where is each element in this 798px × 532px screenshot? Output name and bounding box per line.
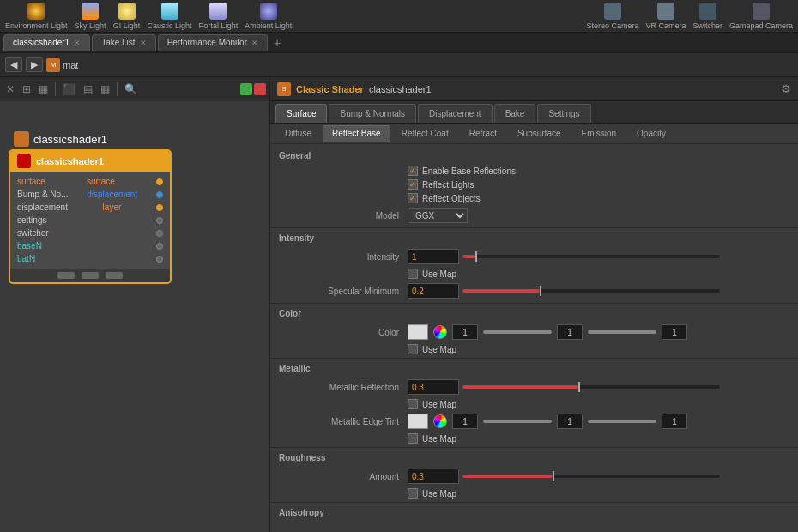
left-icon-grid1[interactable]: ⊞ (20, 82, 33, 96)
color-b-input[interactable] (662, 324, 687, 340)
color-use-map-checkbox[interactable] (408, 344, 418, 354)
checkbox-enable-base-ref-input[interactable]: ✓ (408, 166, 418, 176)
divider-4 (270, 447, 798, 448)
left-icon-layout3[interactable]: ▦ (98, 82, 112, 96)
tab-close-perf-monitor[interactable]: ✕ (251, 39, 258, 47)
toolbar-sky-light[interactable]: Sky Light (75, 3, 106, 30)
sub-tab-refract[interactable]: Refract (460, 125, 506, 142)
toolbar-gamepad-cam[interactable]: Gamepad Camera (729, 3, 793, 30)
section-anisotropy: Anisotropy (270, 505, 798, 521)
prop-tab-settings[interactable]: Settings (537, 104, 590, 123)
roughness-amount-input[interactable] (408, 469, 459, 484)
tab-add-button[interactable]: + (269, 36, 285, 50)
color-wheel-btn[interactable] (433, 325, 447, 339)
metallic-ref-row: Metallic Reflection (270, 377, 798, 397)
toolbar-stereo-cam[interactable]: Stereo Camera (586, 3, 638, 30)
metallic-ref-slider[interactable] (462, 385, 720, 389)
tab-classicshader1[interactable]: classicshader1 ✕ (3, 34, 90, 51)
left-sep1 (55, 82, 56, 96)
sub-tab-reflect-coat[interactable]: Reflect Coat (392, 125, 458, 142)
intensity-use-map-row: Use Map (270, 267, 798, 281)
intensity-slider-thumb (475, 251, 477, 262)
toolbar-portal-light[interactable]: Portal Light (199, 3, 239, 30)
tab-perf-monitor[interactable]: Performance Monitor ✕ (158, 34, 268, 51)
intensity-slider[interactable] (462, 255, 720, 258)
metallic-ref-label: Metallic Reflection (296, 383, 408, 392)
color-label: Color (296, 328, 408, 337)
left-icon-layout2[interactable]: ▤ (81, 82, 95, 96)
toolbar-switcher[interactable]: Switcher (692, 3, 722, 30)
checkbox-reflect-objects-input[interactable]: ✓ (408, 193, 418, 203)
sub-tab-opacity[interactable]: Opacity (627, 125, 675, 142)
node-body: surface surface Bump & No... displacemen… (10, 172, 170, 269)
tab-close-take-list[interactable]: ✕ (140, 39, 147, 47)
node-box[interactable]: classicshader1 surface surface Bump & No… (9, 149, 172, 284)
node-row-bump: Bump & No... displacement (10, 188, 170, 201)
toolbar-caustic-light[interactable]: Caustic Light (148, 3, 192, 30)
color-swatch[interactable] (408, 324, 428, 340)
left-icon-x[interactable]: ✕ (3, 82, 17, 96)
prop-tab-surface[interactable]: Surface (275, 104, 327, 123)
color-r-input[interactable] (452, 324, 478, 340)
sub-tab-emission[interactable]: Emission (572, 125, 626, 142)
node-title-text: classicshader1 (36, 156, 104, 166)
roughness-amount-slider[interactable] (462, 475, 720, 478)
metallic-edge-slider-1[interactable] (483, 420, 552, 423)
intensity-use-map-checkbox[interactable] (408, 269, 418, 279)
sub-tab-reflect-base[interactable]: Reflect Base (323, 125, 390, 142)
left-icon-search[interactable]: 🔍 (122, 82, 140, 96)
metallic-edge-g[interactable] (557, 414, 583, 429)
sub-tabs: Diffuse Reflect Base Reflect Coat Refrac… (270, 124, 798, 144)
metallic-ref-input[interactable] (408, 379, 459, 395)
node-name: classicshader1 (33, 133, 107, 146)
node-btn-2[interactable] (82, 272, 99, 279)
prop-tab-displacement[interactable]: Displacement (418, 104, 493, 123)
tab-close-classicshader1[interactable]: ✕ (74, 39, 81, 47)
metallic-edge-b[interactable] (662, 414, 687, 429)
prop-tab-bump[interactable]: Bump & Normals (329, 104, 416, 123)
model-select[interactable]: GGX (408, 208, 468, 223)
specular-min-slider[interactable] (462, 289, 720, 293)
toolbar-ambient-light[interactable]: Ambient Light (245, 3, 292, 30)
color-slider-1[interactable] (483, 330, 552, 334)
nav-forward-button[interactable]: ▶ (26, 57, 43, 72)
tab-take-list[interactable]: Take List ✕ (92, 34, 155, 51)
roughness-amount-label: Amount (296, 472, 408, 481)
sub-tab-subsurface[interactable]: Subsurface (508, 125, 571, 142)
specular-min-row: Specular Minimum (270, 281, 798, 301)
sub-tab-diffuse[interactable]: Diffuse (275, 125, 321, 142)
toolbar-gi-light[interactable]: GI Light (113, 3, 141, 30)
metallic-edge-r[interactable] (452, 414, 478, 429)
color-g-input[interactable] (557, 324, 583, 340)
specular-min-slider-thumb (540, 286, 541, 296)
checkbox-reflect-lights: ✓ Reflect Lights (270, 178, 798, 191)
left-panel-toolbar: ✕ ⊞ ▦ ⬛ ▤ ▦ 🔍 (0, 77, 269, 101)
specular-min-input[interactable] (408, 283, 459, 299)
node-btn-1[interactable] (57, 272, 75, 279)
checkbox-reflect-lights-input[interactable]: ✓ (408, 179, 418, 190)
toolbar-vr-cam[interactable]: VR Camera (645, 3, 686, 30)
metallic-edge-label: Metallic Edge Tint (296, 417, 408, 426)
metallic-edge-wheel[interactable] (433, 414, 447, 428)
metallic-edge-use-map-checkbox[interactable] (408, 433, 418, 444)
metallic-edge-row: Metallic Edge Tint (270, 411, 798, 432)
gear-icon[interactable]: ⚙ (781, 82, 791, 95)
divider-1 (270, 227, 798, 228)
roughness-use-map-checkbox[interactable] (408, 488, 418, 499)
left-icon-grid2[interactable]: ▦ (36, 82, 51, 96)
divider-5 (270, 502, 798, 503)
toolbar-env-light[interactable]: Environment Light (5, 3, 68, 30)
checkbox-enable-base-reflections: ✓ Enable Base Reflections (270, 164, 798, 178)
left-icon-layout1[interactable]: ⬛ (60, 82, 78, 96)
nav-back-button[interactable]: ◀ (5, 57, 22, 72)
prop-tab-bake[interactable]: Bake (494, 104, 536, 123)
port-layer (156, 204, 163, 211)
metallic-edge-slider-2[interactable] (588, 420, 656, 423)
node-btn-3[interactable] (106, 272, 123, 279)
intensity-input[interactable] (408, 249, 459, 264)
color-row: Color (270, 322, 798, 342)
metallic-use-map-checkbox[interactable] (408, 399, 418, 409)
metallic-edge-swatch[interactable] (408, 414, 428, 429)
node-container: classicshader1 classicshader1 surface su… (9, 129, 172, 284)
color-slider-2[interactable] (588, 330, 656, 334)
